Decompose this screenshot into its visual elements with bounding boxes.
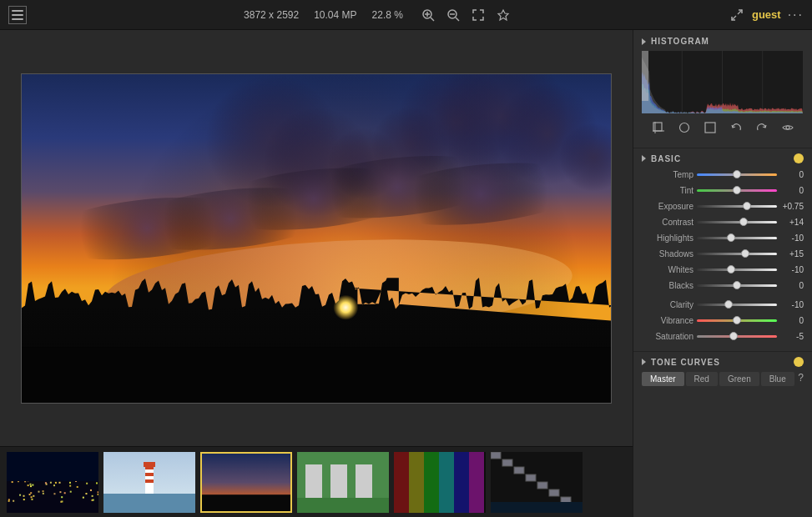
slider-row-vibrance: Vibrance0 (642, 314, 804, 326)
tone-curves-header: TONE CURVES (642, 357, 804, 367)
histogram-title: HISTOGRAM (651, 37, 709, 46)
crop-icon[interactable] (649, 120, 668, 138)
expand-icon[interactable] (729, 7, 745, 23)
tone-curves-active-dot (794, 357, 804, 367)
filmstrip-item[interactable] (394, 452, 486, 513)
slider-bg (697, 304, 777, 306)
tone-tabs: Master Red Green Blue ? (642, 372, 804, 386)
slider-track-highlights[interactable] (697, 232, 777, 243)
histogram-header: HISTOGRAM (642, 37, 804, 46)
slider-track-clarity[interactable] (697, 299, 777, 310)
filmstrip-item[interactable] (103, 452, 195, 513)
tone-tab-blue[interactable]: Blue (761, 372, 794, 386)
image-viewer[interactable] (0, 30, 633, 446)
slider-bg (697, 253, 777, 255)
filmstrip-thumb-2 (103, 452, 195, 513)
filmstrip-thumb-5 (394, 452, 486, 513)
sidebar-toggle-icon[interactable] (8, 6, 27, 24)
filmstrip-item[interactable] (297, 452, 389, 513)
slider-thumb-tint[interactable] (733, 186, 741, 194)
slider-thumb-vibrance[interactable] (733, 316, 741, 324)
slider-track-blacks[interactable] (697, 279, 777, 291)
image-dimensions: 3872 x 2592 (244, 9, 299, 21)
image-megapixels: 10.04 MP (314, 9, 356, 21)
basic-collapse-icon[interactable] (642, 155, 646, 162)
eye-icon[interactable] (779, 120, 797, 138)
slider-thumb-contrast[interactable] (739, 218, 748, 226)
slider-label-whites: Whites (642, 265, 693, 274)
slider-track-vibrance[interactable] (697, 314, 777, 326)
circle-icon[interactable] (675, 120, 693, 138)
user-label[interactable]: guest (752, 8, 781, 21)
slider-value-tint: 0 (780, 186, 804, 195)
slider-track-contrast[interactable] (697, 216, 777, 228)
filmstrip-item[interactable] (7, 452, 98, 513)
svg-rect-2 (12, 18, 23, 20)
slider-row-whites: Whites-10 (642, 264, 804, 275)
slider-label-clarity: Clarity (642, 300, 693, 309)
slider-track-temp[interactable] (697, 168, 777, 180)
slider-thumb-blacks[interactable] (733, 281, 741, 289)
basic-active-dot (794, 153, 804, 163)
tone-tab-master[interactable]: Master (642, 372, 684, 386)
rect-icon[interactable] (701, 120, 719, 138)
tone-tab-green[interactable]: Green (719, 372, 759, 386)
filmstrip-item-selected[interactable] (200, 452, 292, 513)
tone-curves-title: TONE CURVES (651, 358, 720, 367)
slider-thumb-clarity[interactable] (724, 300, 733, 309)
histogram-canvas (642, 51, 803, 113)
slider-label-blacks: Blacks (642, 281, 693, 290)
slider-label-vibrance: Vibrance (642, 316, 693, 325)
slider-row-exposure: Exposure+0.75 (642, 200, 804, 212)
help-icon[interactable]: ? (798, 372, 804, 386)
slider-label-highlights: Highlights (642, 233, 693, 243)
slider-track-tint[interactable] (697, 184, 777, 196)
slider-track-saturation[interactable] (697, 330, 777, 342)
slider-bg (697, 221, 777, 223)
basic-section: BASIC Temp0Tint0Exposure+0.75Contrast+14… (633, 148, 812, 352)
filmstrip-thumb-1 (7, 452, 98, 513)
topbar-left (8, 6, 27, 24)
slider-row-temp: Temp0 (642, 168, 804, 180)
undo-icon[interactable] (727, 120, 745, 138)
tone-curves-collapse-icon[interactable] (642, 359, 646, 365)
slider-row-tint: Tint0 (642, 184, 804, 196)
slider-value-highlights: -10 (780, 233, 804, 243)
slider-value-shadows: +15 (780, 249, 804, 258)
tone-tab-red[interactable]: Red (686, 372, 718, 386)
slider-value-contrast: +14 (780, 218, 804, 227)
tone-curves-section: TONE CURVES Master Red Green Blue ? (633, 352, 812, 391)
slider-value-saturation: -5 (780, 332, 804, 341)
right-panel: HISTOGRAM (633, 30, 812, 517)
slider-thumb-saturation[interactable] (729, 332, 738, 340)
star-icon[interactable] (495, 7, 512, 23)
filmstrip-thumb-4 (297, 452, 389, 513)
more-icon[interactable]: ··· (788, 8, 804, 23)
zoom-out-icon[interactable] (445, 7, 461, 23)
redo-icon[interactable] (753, 120, 771, 138)
slider-track-shadows[interactable] (697, 248, 777, 259)
slider-bg (697, 237, 777, 239)
svg-rect-0 (12, 10, 23, 12)
slider-track-exposure[interactable] (697, 200, 777, 212)
slider-bg (697, 205, 777, 208)
image-info: 3872 x 2592 10.04 MP 22.8 % (244, 9, 403, 21)
slider-thumb-temp[interactable] (733, 170, 741, 178)
image-zoom: 22.8 % (372, 9, 403, 21)
filmstrip-thumb-3 (202, 454, 290, 511)
topbar-tools (420, 7, 512, 23)
svg-point-16 (679, 123, 688, 133)
filmstrip-item[interactable] (491, 452, 583, 513)
slider-track-whites[interactable] (697, 264, 777, 275)
histogram-tools (642, 115, 804, 143)
slider-value-vibrance: 0 (780, 316, 804, 325)
slider-thumb-exposure[interactable] (743, 202, 751, 210)
fit-icon[interactable] (470, 7, 487, 23)
slider-thumb-whites[interactable] (727, 265, 735, 274)
slider-label-contrast: Contrast (642, 218, 693, 227)
slider-thumb-highlights[interactable] (727, 233, 735, 242)
main-content: HISTOGRAM (0, 30, 812, 517)
histogram-collapse-icon[interactable] (642, 38, 646, 45)
zoom-in-icon[interactable] (420, 7, 436, 23)
slider-thumb-shadows[interactable] (741, 249, 749, 258)
